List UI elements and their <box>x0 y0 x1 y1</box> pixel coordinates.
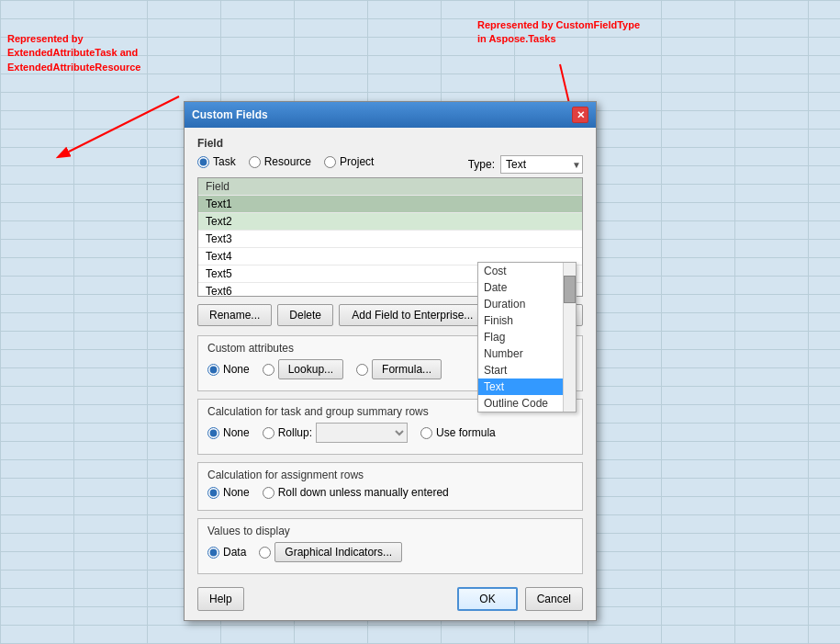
custom-lookup-item[interactable]: Lookup... <box>263 359 343 379</box>
values-title: Values to display <box>207 525 573 537</box>
custom-formula-item[interactable]: Formula... <box>356 359 442 379</box>
type-select[interactable]: Text <box>500 155 583 174</box>
calc-assign-radio-row: None Roll down unless manually entered <box>207 486 573 499</box>
annotation-right: Represented by CustomFieldType in Aspose… <box>477 18 640 47</box>
lookup-button[interactable]: Lookup... <box>278 359 343 379</box>
calc-none-input[interactable] <box>207 427 219 439</box>
bottom-buttons-row: Help OK Cancel <box>197 582 583 611</box>
dropdown-item-text[interactable]: Text <box>478 378 576 395</box>
assign-rolldown-label: Roll down unless manually entered <box>278 486 449 499</box>
assign-rolldown-input[interactable] <box>263 487 274 499</box>
dialog-title: Custom Fields <box>192 108 268 121</box>
dialog-title-bar: Custom Fields ✕ <box>185 102 596 128</box>
ok-button[interactable]: OK <box>457 587 517 611</box>
type-area: Type: Text ▼ <box>468 155 583 174</box>
svg-line-1 <box>69 96 179 152</box>
radio-task-item[interactable]: Task <box>197 155 236 168</box>
dropdown-item-cost[interactable]: Cost <box>478 263 576 279</box>
annotation-left-text: Represented by ExtendedAttributeTask and… <box>7 33 140 73</box>
custom-none-item[interactable]: None <box>207 363 250 376</box>
annotation-right-text: Represented by CustomFieldType in Aspose… <box>477 19 640 44</box>
calc-rollup-input[interactable] <box>263 427 274 439</box>
formula-button[interactable]: Formula... <box>372 359 442 379</box>
dropdown-item-date[interactable]: Date <box>478 279 576 296</box>
values-data-item[interactable]: Data <box>207 546 246 559</box>
delete-button[interactable]: Delete <box>277 304 333 326</box>
values-graphical-item[interactable]: Graphical Indicators... <box>259 542 402 562</box>
graphical-button[interactable]: Graphical Indicators... <box>274 542 402 562</box>
add-field-button[interactable]: Add Field to Enterprise... <box>339 304 487 326</box>
calc-assign-title: Calculation for assignment rows <box>207 469 573 481</box>
assign-none-label: None <box>223 486 250 499</box>
dropdown-item-start[interactable]: Start <box>478 362 576 378</box>
type-dropdown-popup[interactable]: Cost Date Duration Finish Flag Number St… <box>477 262 577 412</box>
custom-none-label: None <box>223 363 250 376</box>
calc-rollup-label: Rollup: <box>278 426 312 439</box>
field-list-item[interactable]: Text1 <box>198 196 582 213</box>
help-button[interactable]: Help <box>197 587 244 611</box>
dropdown-scrollbar-thumb[interactable] <box>564 276 576 303</box>
values-graphical-input[interactable] <box>259 547 271 559</box>
cancel-button[interactable]: Cancel <box>525 587 583 611</box>
radio-project-input[interactable] <box>324 156 336 168</box>
values-radio-row: Data Graphical Indicators... <box>207 542 573 562</box>
field-list-item[interactable]: Text3 <box>198 231 582 248</box>
calc-formula-label: Use formula <box>436 426 496 439</box>
assign-rolldown-item[interactable]: Roll down unless manually entered <box>263 486 449 499</box>
values-data-input[interactable] <box>207 547 219 559</box>
dropdown-scrollbar[interactable] <box>563 263 576 412</box>
custom-formula-input[interactable] <box>356 364 368 376</box>
arrow-left-icon <box>50 87 188 161</box>
radio-project-item[interactable]: Project <box>324 155 374 168</box>
type-label: Type: <box>468 158 495 171</box>
calc-task-radio-row: None Rollup: Use formula <box>207 423 573 443</box>
calc-rollup-item[interactable]: Rollup: <box>263 423 408 443</box>
calc-none-item[interactable]: None <box>207 426 250 439</box>
custom-lookup-input[interactable] <box>263 364 274 376</box>
dropdown-item-finish[interactable]: Finish <box>478 312 576 329</box>
radio-resource-input[interactable] <box>249 156 261 168</box>
dropdown-item-duration[interactable]: Duration <box>478 296 576 312</box>
dropdown-item-outline-code[interactable]: Outline Code <box>478 395 576 412</box>
close-button[interactable]: ✕ <box>572 107 588 123</box>
rename-button[interactable]: Rename... <box>197 304 272 326</box>
values-section: Values to display Data Graphical Indicat… <box>197 518 583 574</box>
calc-formula-input[interactable] <box>420 427 432 439</box>
custom-none-input[interactable] <box>207 364 219 376</box>
radio-resource-item[interactable]: Resource <box>249 155 311 168</box>
field-list-item[interactable]: Text2 <box>198 213 582 231</box>
type-dropdown[interactable]: Text ▼ <box>500 155 583 174</box>
radio-project-label: Project <box>340 155 374 168</box>
dropdown-item-number[interactable]: Number <box>478 345 576 362</box>
radio-resource-label: Resource <box>264 155 311 168</box>
values-data-label: Data <box>223 546 246 559</box>
field-list-header-item[interactable]: Field <box>198 178 582 196</box>
calc-none-label: None <box>223 426 250 439</box>
radio-task-input[interactable] <box>197 156 209 168</box>
field-header-row: Task Resource Project Type: T <box>197 155 583 174</box>
rollup-select[interactable] <box>316 423 408 443</box>
field-section-label: Field <box>197 137 583 150</box>
assign-none-input[interactable] <box>207 487 219 499</box>
radio-task-label: Task <box>213 155 236 168</box>
calc-formula-item[interactable]: Use formula <box>420 426 496 439</box>
assign-none-item[interactable]: None <box>207 486 250 499</box>
field-radio-row: Task Resource Project <box>197 155 468 168</box>
calc-assign-section: Calculation for assignment rows None Rol… <box>197 462 583 511</box>
annotation-left: Represented by ExtendedAttributeTask and… <box>7 32 140 74</box>
dropdown-item-flag[interactable]: Flag <box>478 329 576 345</box>
